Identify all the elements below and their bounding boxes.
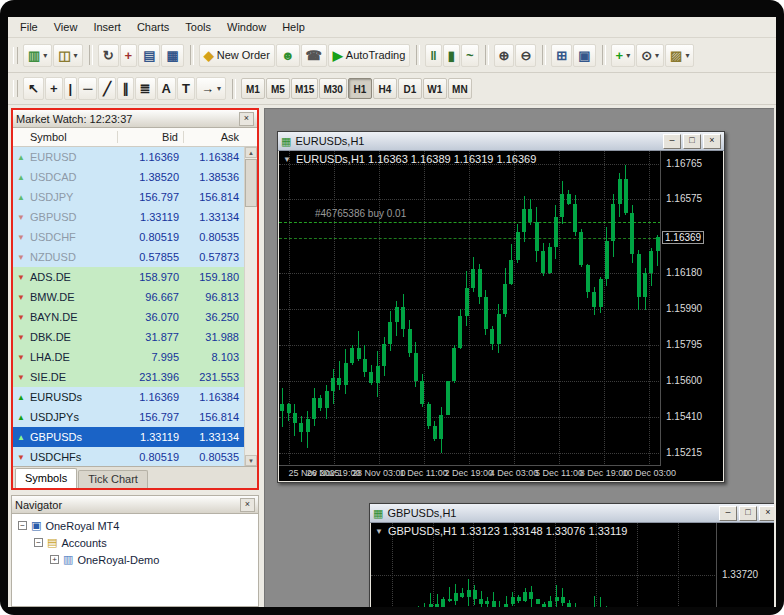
scroll-up-icon[interactable]: ▲ xyxy=(245,147,257,158)
market-watch-row-usdchfs[interactable]: ▼USDCHFs0.805190.80535 xyxy=(13,447,257,466)
cursor-button[interactable]: ↖ xyxy=(23,77,44,100)
window-frame: FileViewInsertChartsToolsWindowHelp ▥▾◫▾… xyxy=(0,0,784,615)
chart-icon: ▦ xyxy=(281,135,291,148)
menu-charts[interactable]: Charts xyxy=(129,19,177,35)
zoom-out-button[interactable]: ⊖ xyxy=(515,44,536,67)
timeframe-h1[interactable]: H1 xyxy=(348,78,372,99)
horizontal-line-button[interactable]: ─ xyxy=(78,77,97,100)
scrollbar-thumb[interactable] xyxy=(245,159,257,207)
timeframe-m30[interactable]: M30 xyxy=(319,78,346,99)
autotrading-button[interactable]: ▶AutoTrading xyxy=(328,44,411,67)
profiles-button[interactable]: ◫▾ xyxy=(53,44,82,67)
periods-button[interactable]: ⊙▾ xyxy=(636,44,664,67)
menu-window[interactable]: Window xyxy=(219,19,274,35)
scroll-down-icon[interactable]: ▼ xyxy=(245,455,257,466)
tree-item-oneroyal-demo[interactable]: +▥OneRoyal-Demo xyxy=(14,551,256,568)
expert-advisors-button[interactable]: ☻ xyxy=(276,44,300,67)
market-watch-row-eurusd[interactable]: ▲EURUSD1.163691.16384 xyxy=(13,147,257,167)
zoom-in-button[interactable]: ⊕ xyxy=(494,44,515,67)
column-header-ask[interactable]: Ask xyxy=(184,131,244,143)
timeframe-w1[interactable]: W1 xyxy=(423,78,447,99)
expander-minus-icon[interactable]: − xyxy=(18,521,27,530)
cycle-charts-button[interactable]: ↻ xyxy=(98,44,119,67)
market-watch-row-bayn.de[interactable]: ▼BAYN.DE36.07036.250 xyxy=(13,307,257,327)
equidistant-channel-button[interactable]: ∥ xyxy=(117,77,134,100)
menu-tools[interactable]: Tools xyxy=(177,19,219,35)
expander-minus-icon[interactable]: − xyxy=(34,538,43,547)
metaeditor-button[interactable]: ☎ xyxy=(301,44,327,67)
crosshair-mode-button[interactable]: + xyxy=(120,44,138,67)
chart-candles-button[interactable]: ▮ xyxy=(443,44,460,67)
market-watch-row-usdchf[interactable]: ▼USDCHF0.805190.80535 xyxy=(13,227,257,247)
text-button[interactable]: A xyxy=(157,77,176,100)
market-watch-row-eurusds[interactable]: ▲EURUSDs1.163691.16384 xyxy=(13,387,257,407)
toolbar-grip[interactable] xyxy=(13,80,18,97)
ask-value: 1.33134 xyxy=(184,431,244,443)
market-watch-scrollbar[interactable]: ▲ ▼ xyxy=(244,147,257,466)
chart-window-gbpusds[interactable]: ▦GBPUSDs,H1–□×▼GBPUSDs,H1 1.33123 1.3314… xyxy=(369,503,774,607)
market-watch-row-ads.de[interactable]: ▼ADS.DE158.970159.180 xyxy=(13,267,257,287)
new-order-button[interactable]: ◆New Order xyxy=(199,44,275,67)
navigator-toggle-button[interactable]: ▦ xyxy=(161,44,183,67)
fibonacci-button[interactable]: ≣ xyxy=(135,77,156,100)
trendline-button[interactable]: ╱ xyxy=(98,77,116,100)
minimize-button[interactable]: – xyxy=(663,134,681,149)
down-arrow-icon: ▼ xyxy=(16,273,26,282)
timeframe-mn[interactable]: MN xyxy=(448,78,472,99)
market-watch-row-usdjpys[interactable]: ▲USDJPYs156.797156.814 xyxy=(13,407,257,427)
market-watch-row-nzdusd[interactable]: ▼NZDUSD0.578550.57873 xyxy=(13,247,257,267)
restore-button[interactable]: □ xyxy=(739,506,757,521)
market-watch-row-dbk.de[interactable]: ▼DBK.DE31.87731.988 xyxy=(13,327,257,347)
restore-button[interactable]: □ xyxy=(683,134,701,149)
chart-titlebar: ▦EURUSDs,H1–□× xyxy=(278,132,724,151)
date-tick-label: 28 Nov 03:00 xyxy=(352,468,406,478)
tree-item-oneroyal-mt4[interactable]: −▣OneRoyal MT4 xyxy=(14,517,256,534)
close-icon[interactable]: × xyxy=(240,498,255,512)
close-button[interactable]: × xyxy=(703,134,721,149)
column-header-symbol[interactable]: Symbol xyxy=(13,131,118,143)
chart-line-button[interactable]: ~ xyxy=(461,44,479,67)
chart-bars-button[interactable]: ‖ xyxy=(425,44,441,67)
text-label-button[interactable]: T xyxy=(177,77,195,100)
symbol-cell: ▼BMW.DE xyxy=(13,291,118,303)
tab-symbols[interactable]: Symbols xyxy=(15,468,77,488)
market-watch-row-lha.de[interactable]: ▼LHA.DE7.9958.103 xyxy=(13,347,257,367)
market-watch-row-usdjpy[interactable]: ▲USDJPY156.797156.814 xyxy=(13,187,257,207)
timeframe-m5[interactable]: M5 xyxy=(266,78,290,99)
toolbar-grip[interactable] xyxy=(13,47,18,64)
market-watch-row-gbpusd[interactable]: ▼GBPUSD1.331191.33134 xyxy=(13,207,257,227)
column-header-bid[interactable]: Bid xyxy=(118,131,184,143)
close-button[interactable]: × xyxy=(759,506,774,521)
market-watch-row-bmw.de[interactable]: ▼BMW.DE96.66796.813 xyxy=(13,287,257,307)
market-watch-toggle-button[interactable]: ▤ xyxy=(138,44,160,67)
timeframe-h4[interactable]: H4 xyxy=(373,78,397,99)
tab-tick-chart[interactable]: Tick Chart xyxy=(78,470,148,488)
minimize-button[interactable]: – xyxy=(719,506,737,521)
market-watch-row-sie.de[interactable]: ▼SIE.DE231.396231.553 xyxy=(13,367,257,387)
trendline-icon: ╱ xyxy=(103,82,111,95)
new-chart-button[interactable]: ▥▾ xyxy=(23,44,52,67)
arrange-windows-button[interactable]: ▣ xyxy=(573,44,595,67)
timeframe-m1[interactable]: M1 xyxy=(241,78,265,99)
tree-item-accounts[interactable]: −▤Accounts xyxy=(14,534,256,551)
menu-help[interactable]: Help xyxy=(274,19,313,35)
menu-insert[interactable]: Insert xyxy=(85,19,129,35)
menu-view[interactable]: View xyxy=(46,19,86,35)
arrow-objects-button[interactable]: →▾ xyxy=(196,77,226,100)
price-tick-label: 1.16765 xyxy=(666,158,702,169)
close-icon[interactable]: × xyxy=(239,112,254,126)
expander-plus-icon[interactable]: + xyxy=(50,555,59,564)
market-watch-row-gbpusds[interactable]: ▲GBPUSDs1.331191.33134 xyxy=(13,427,257,447)
timeframe-d1[interactable]: D1 xyxy=(398,78,422,99)
menu-file[interactable]: File xyxy=(12,19,46,35)
chart-window-eurusds[interactable]: ▦EURUSDs,H1–□×▼EURUSDs,H1 1.16363 1.1638… xyxy=(277,131,725,483)
tile-windows-button[interactable]: ⊞ xyxy=(551,44,572,67)
templates-button[interactable]: ▨▾ xyxy=(665,44,694,67)
order-line[interactable] xyxy=(279,222,661,223)
indicators-button[interactable]: +▾ xyxy=(611,44,636,67)
autotrading-icon: ▶ xyxy=(333,49,343,62)
market-watch-row-usdcad[interactable]: ▲USDCAD1.385201.38536 xyxy=(13,167,257,187)
vertical-line-button[interactable]: | xyxy=(64,77,78,100)
timeframe-m15[interactable]: M15 xyxy=(291,78,318,99)
crosshair-button[interactable]: + xyxy=(45,77,63,100)
